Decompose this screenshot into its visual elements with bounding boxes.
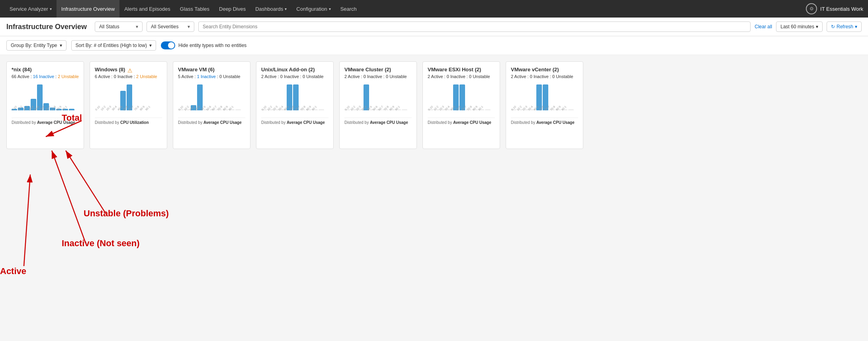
hide-empty-toggle[interactable] (161, 41, 175, 49)
dropdown-arrow-icon: ▾ (285, 7, 287, 11)
warning-icon: ⚠ (127, 67, 133, 74)
chart-x-label: 0-10 (95, 105, 101, 111)
logo-icon: ⚙ (806, 3, 817, 14)
chart-x-label: 80-90 (139, 105, 145, 111)
card-footer: Distributed by Average CPU Usage (261, 120, 328, 125)
nav-item-search[interactable]: Search (336, 0, 362, 18)
dropdown-arrow-icon: ▾ (136, 24, 138, 29)
dropdown-arrow-icon: ▾ (60, 43, 62, 48)
svg-line-4 (66, 151, 106, 213)
svg-line-3 (52, 151, 86, 243)
card-chart: 0-1010-2020-3030-4040-5050-6060-7070-808… (261, 82, 328, 118)
card-title: VMware vCenter (2) (511, 67, 559, 73)
entity-card[interactable]: VMware ESXi Host (2)2 Active : 0 Inactiv… (422, 61, 500, 149)
nav-item-service-analyzer[interactable]: Service Analyzer ▾ (5, 0, 57, 18)
entity-card[interactable]: Windows (8)⚠6 Active : 0 Inactive : 2 Un… (90, 61, 167, 149)
chart-x-label: 90-100 (145, 105, 151, 111)
annotation-unstable: Unstable (Problems) (84, 208, 169, 219)
dropdown-arrow-icon: ▾ (329, 7, 331, 11)
nav-logo: ⚙ IT Essentials Work (806, 3, 863, 14)
hide-empty-toggle-wrap: Hide entity types with no entities (161, 41, 246, 49)
annotation-active: Active (0, 266, 26, 276)
refresh-button[interactable]: ↻ Refresh ▾ (827, 22, 862, 32)
card-status: 2 Active : 0 Inactive : 0 Unstable (511, 74, 578, 79)
card-footer: Distributed by Average CPU Usage (344, 120, 412, 125)
search-input[interactable] (198, 22, 751, 32)
card-footer: Distributed by CPU Utilization (95, 120, 162, 125)
card-status: 2 Active : 0 Inactive : 0 Unstable (261, 74, 328, 79)
card-chart: 0-1010-2020-3030-4040-5050-6060-7070-808… (428, 82, 495, 118)
time-range-button[interactable]: Last 60 minutes ▾ (776, 22, 823, 32)
entity-card[interactable]: Unix/Linux Add-on (2)2 Active : 0 Inacti… (256, 61, 334, 149)
entity-card[interactable]: *nix (84)66 Active : 16 Inactive : 2 Uns… (6, 61, 84, 149)
toolbar: Infrastructure Overview All Status ▾ All… (0, 18, 868, 36)
severity-filter-button[interactable]: All Severities ▾ (147, 22, 194, 32)
entity-card[interactable]: VMware vCenter (2)2 Active : 0 Inactive … (506, 61, 583, 149)
card-footer: Distributed by Average CPU Usage (511, 120, 578, 125)
card-title: VMware VM (6) (178, 67, 215, 73)
status-filter-button[interactable]: All Status ▾ (95, 22, 143, 32)
card-status: 6 Active : 0 Inactive : 2 Unstable (95, 74, 162, 79)
dropdown-arrow-icon: ▾ (855, 24, 857, 29)
card-status: 66 Active : 16 Inactive : 2 Unstable (12, 74, 79, 79)
card-status: 2 Active : 0 Inactive : 0 Unstable (344, 74, 412, 79)
card-chart: 0-1010-2020-3030-4040-5050-6060-7070-808… (95, 82, 162, 118)
entity-card[interactable]: VMware Cluster (2)2 Active : 0 Inactive … (339, 61, 417, 149)
chart-x-label: 10-20 (100, 105, 106, 111)
sort-by-button[interactable]: Sort By: # of Entities (High to low) ▾ (71, 40, 156, 51)
dropdown-arrow-icon: ▾ (816, 24, 818, 29)
card-title: Unix/Linux Add-on (2) (261, 67, 315, 73)
refresh-icon: ↻ (831, 24, 835, 29)
main-content: *nix (84)66 Active : 16 Inactive : 2 Uns… (0, 55, 868, 286)
card-title: Windows (8) (95, 67, 125, 73)
nav-item-alerts[interactable]: Alerts and Episodes (119, 0, 175, 18)
filter-row: Group By: Entity Type ▾ Sort By: # of En… (0, 36, 868, 55)
nav-item-configuration[interactable]: Configuration ▾ (291, 0, 335, 18)
card-title: *nix (84) (12, 67, 32, 73)
card-status: 2 Active : 0 Inactive : 0 Unstable (428, 74, 495, 79)
clear-all-button[interactable]: Clear all (755, 24, 772, 29)
nav-item-dashboards[interactable]: Dashboards ▾ (250, 0, 291, 18)
nav-item-infrastructure-overview[interactable]: Infrastructure Overview (57, 0, 119, 18)
dropdown-arrow-icon: ▾ (50, 7, 52, 11)
card-footer: Distributed by Average CPU Usage (428, 120, 495, 125)
card-status: 5 Active : 1 Inactive : 0 Unstable (178, 74, 245, 79)
card-chart: 0-1010-2020-3030-4040-5050-6060-7070-808… (178, 82, 245, 118)
main-nav: Service Analyzer ▾ Infrastructure Overvi… (0, 0, 868, 18)
annotation-inactive: Inactive (Not seen) (62, 238, 140, 249)
group-by-button[interactable]: Group By: Entity Type ▾ (6, 40, 66, 51)
chart-x-label: 30-40 (111, 105, 117, 111)
dropdown-arrow-icon: ▾ (188, 24, 190, 29)
page-title: Infrastructure Overview (6, 23, 87, 31)
card-title: VMware Cluster (2) (344, 67, 391, 73)
chart-x-label: 20-30 (106, 105, 112, 111)
nav-item-glass-tables[interactable]: Glass Tables (175, 0, 214, 18)
nav-item-deep-dives[interactable]: Deep Dives (214, 0, 250, 18)
card-chart: 0-1010-2020-3030-4040-5050-6060-7070-808… (511, 82, 578, 118)
annotation-total: Total (62, 113, 82, 123)
card-chart: 0-1010-2020-3030-4040-5050-6060-7070-808… (344, 82, 412, 118)
dropdown-arrow-icon: ▾ (149, 43, 152, 48)
toggle-label: Hide entity types with no entities (178, 43, 246, 48)
card-title: VMware ESXi Host (2) (428, 67, 481, 73)
card-footer: Distributed by Average CPU Usage (178, 120, 245, 125)
svg-line-2 (24, 174, 30, 266)
cards-grid: *nix (84)66 Active : 16 Inactive : 2 Uns… (6, 61, 862, 149)
entity-card[interactable]: VMware VM (6)5 Active : 1 Inactive : 0 U… (173, 61, 250, 149)
chart-x-label: 70-80 (134, 105, 140, 111)
